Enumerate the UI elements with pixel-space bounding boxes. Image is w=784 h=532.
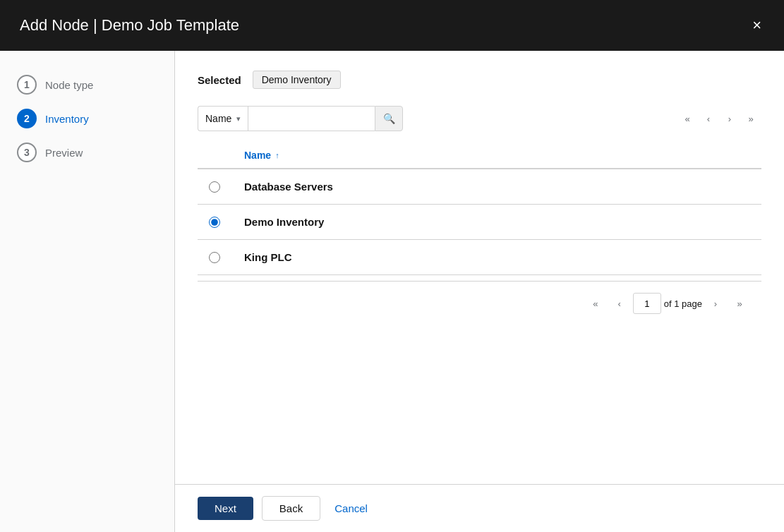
- filter-select-wrapper: Name ▾: [198, 106, 248, 131]
- radio-demo-inventory[interactable]: [209, 217, 220, 228]
- modal-header: Add Node | Demo Job Template ×: [0, 0, 784, 51]
- step-number-1: 1: [17, 75, 37, 95]
- sidebar: 1 Node type 2 Inventory 3 Preview: [0, 51, 175, 532]
- step-number-2: 2: [17, 109, 37, 128]
- step-item-3: 3 Preview: [0, 135, 174, 169]
- name-column-label: Name: [244, 150, 271, 161]
- content-area: Selected Demo Inventory Name ▾ 🔍: [175, 51, 784, 532]
- of-page-text: of 1 page: [664, 298, 702, 309]
- page-number-input[interactable]: [633, 293, 661, 314]
- content-footer: Next Back Cancel: [175, 484, 784, 532]
- last-page-top-button[interactable]: »: [740, 108, 761, 129]
- step-label-3: Preview: [45, 147, 83, 159]
- modal-body: 1 Node type 2 Inventory 3 Preview: [0, 51, 784, 532]
- radio-database-servers[interactable]: [209, 181, 220, 193]
- first-page-top-button[interactable]: «: [677, 108, 698, 129]
- cancel-button[interactable]: Cancel: [329, 497, 373, 520]
- content-main: Selected Demo Inventory Name ▾ 🔍: [175, 51, 784, 484]
- radio-col-2: [209, 217, 244, 228]
- last-page-bottom-button[interactable]: »: [729, 293, 750, 314]
- modal-container: Add Node | Demo Job Template × 1 Node ty…: [0, 0, 784, 532]
- row-name-2: Demo Inventory: [244, 216, 324, 228]
- search-icon: 🔍: [383, 113, 395, 124]
- table-header: Name ↑: [198, 143, 761, 169]
- selected-badge: Demo Inventory: [253, 71, 341, 89]
- back-button[interactable]: Back: [262, 496, 320, 521]
- prev-page-bottom-button[interactable]: ‹: [609, 293, 630, 314]
- sort-asc-icon: ↑: [275, 151, 279, 159]
- step-item-1: 1 Node type: [0, 68, 174, 102]
- radio-col-3: [209, 252, 244, 263]
- step-number-3: 3: [17, 143, 37, 162]
- selected-label: Selected: [198, 74, 241, 86]
- modal-title: Add Node | Demo Job Template: [20, 16, 239, 35]
- filter-row: Name ▾ 🔍 « ‹ › »: [198, 106, 761, 131]
- table-row: Database Servers: [198, 169, 761, 205]
- next-button[interactable]: Next: [198, 497, 253, 520]
- close-button[interactable]: ×: [749, 15, 764, 36]
- sort-name-button[interactable]: Name ↑: [244, 150, 279, 161]
- pagination-top: « ‹ › »: [403, 108, 761, 129]
- first-page-bottom-button[interactable]: «: [585, 293, 606, 314]
- table-row: King PLC: [198, 240, 761, 275]
- step-label-2: Inventory: [45, 113, 89, 125]
- prev-page-top-button[interactable]: ‹: [698, 108, 719, 129]
- row-name-1: Database Servers: [244, 181, 333, 193]
- step-item-2[interactable]: 2 Inventory: [0, 102, 174, 135]
- next-page-bottom-button[interactable]: ›: [705, 293, 726, 314]
- table-row: Demo Inventory: [198, 205, 761, 240]
- search-button[interactable]: 🔍: [375, 106, 403, 131]
- step-label-1: Node type: [45, 79, 93, 91]
- radio-col-1: [209, 181, 244, 193]
- radio-king-plc[interactable]: [209, 252, 220, 263]
- selected-row: Selected Demo Inventory: [198, 71, 761, 89]
- filter-input[interactable]: [248, 106, 375, 131]
- pagination-bottom: « ‹ of 1 page › »: [198, 281, 761, 325]
- filter-select[interactable]: Name: [205, 113, 232, 124]
- row-name-3: King PLC: [244, 251, 292, 263]
- chevron-down-icon: ▾: [236, 114, 241, 123]
- next-page-top-button[interactable]: ›: [719, 108, 740, 129]
